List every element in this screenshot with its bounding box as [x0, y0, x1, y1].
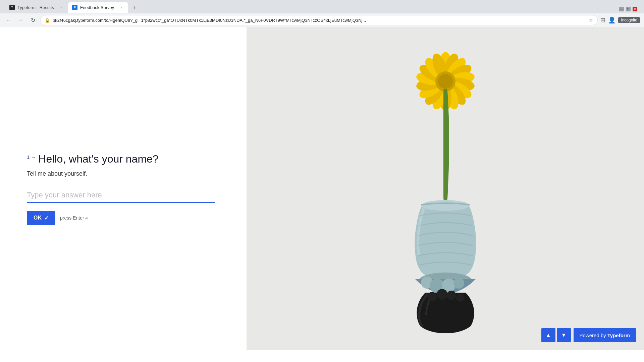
powered-text: Powered by [580, 333, 606, 338]
powered-by-badge[interactable]: Powered by Typeform [574, 328, 636, 342]
minimize-button[interactable]: ─ [619, 7, 624, 11]
flower-svg [362, 45, 529, 333]
question-header: 1 → Hello, what's your name? [27, 152, 226, 166]
tab-typeform-results[interactable]: T Typeform - Results × [5, 2, 68, 13]
maximize-button[interactable]: □ [626, 7, 631, 11]
tab-feedback-close[interactable]: × [118, 4, 124, 10]
lock-icon: 🔒 [45, 18, 50, 23]
address-bar-row: ← → ↻ 🔒 bk2f46cgakj.typeform.com/to/Hgeh… [0, 13, 644, 27]
extension-icon[interactable]: ⊞ [600, 16, 605, 24]
refresh-button[interactable]: ↻ [28, 15, 38, 25]
tab-typeform-close[interactable]: × [58, 4, 64, 10]
svg-point-19 [438, 74, 453, 89]
question-subtitle: Tell me about yourself. [27, 170, 226, 177]
svg-point-28 [437, 289, 447, 300]
url-text: bk2f46cgakj.typeform.com/to/HgehIQU8?_gl… [53, 18, 586, 23]
right-panel: ▲ ▼ Powered by Typeform [247, 27, 644, 350]
new-tab-button[interactable]: + [129, 3, 139, 13]
tab-feedback-survey[interactable]: F Feedback Survey × [68, 2, 128, 13]
typeform-brand: Typeform [607, 333, 630, 338]
scroll-up-button[interactable]: ▲ [541, 328, 555, 342]
flower-illustration [247, 27, 644, 350]
q-number-text: 1 [27, 154, 30, 160]
typeform-favicon: T [9, 5, 15, 10]
incognito-badge: Incognito [618, 17, 640, 23]
svg-point-26 [453, 278, 464, 289]
q-arrow-icon: → [31, 155, 36, 160]
enter-icon: ↵ [85, 216, 89, 221]
address-bar[interactable]: 🔒 bk2f46cgakj.typeform.com/to/HgehIQU8?_… [40, 15, 598, 25]
close-button[interactable]: × [633, 7, 637, 11]
feedback-favicon: F [72, 5, 77, 10]
profile-icon[interactable]: 👤 [608, 16, 615, 24]
tabs-bar: T Typeform - Results × F Feedback Survey… [3, 1, 641, 13]
svg-point-30 [456, 294, 464, 302]
page-content: 1 → Hello, what's your name? Tell me abo… [0, 27, 644, 350]
ok-label: OK [34, 215, 42, 221]
back-button[interactable]: ← [4, 15, 13, 25]
ok-row: OK ✓ press Enter ↵ [27, 211, 226, 225]
question-text: Hello, what's your name? [38, 152, 158, 166]
svg-point-29 [447, 291, 456, 300]
ok-button[interactable]: OK ✓ [27, 211, 55, 225]
forward-button[interactable]: → [16, 15, 25, 25]
bookmark-icon[interactable]: ☆ [589, 17, 593, 23]
press-enter-hint: press Enter ↵ [60, 215, 89, 221]
extensions-area: ⊞ 👤 Incognito [600, 16, 640, 24]
left-panel: 1 → Hello, what's your name? Tell me abo… [0, 27, 247, 350]
title-bar: T Typeform - Results × F Feedback Survey… [0, 0, 644, 13]
tab-feedback-label: Feedback Survey [80, 5, 114, 10]
scroll-down-button[interactable]: ▼ [557, 328, 571, 342]
ok-checkmark: ✓ [44, 215, 49, 221]
svg-point-21 [421, 200, 470, 211]
tab-typeform-label: Typeform - Results [17, 5, 54, 10]
question-number: 1 → [27, 154, 36, 160]
browser-chrome: T Typeform - Results × F Feedback Survey… [0, 0, 644, 27]
svg-point-27 [427, 292, 437, 301]
nav-arrows: ▲ ▼ [541, 328, 571, 342]
bottom-bar: ▲ ▼ Powered by Typeform [541, 328, 636, 342]
answer-input[interactable] [27, 188, 215, 203]
